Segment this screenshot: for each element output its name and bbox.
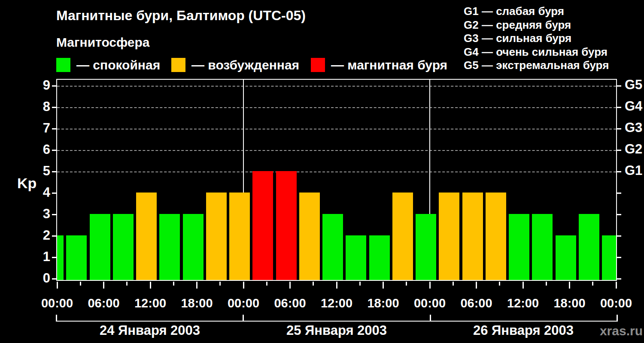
g-level-label-g4: G4 (625, 99, 642, 114)
kp-bar (392, 193, 413, 280)
x-tick (592, 282, 593, 286)
plot-area (57, 80, 616, 280)
x-tick (359, 282, 361, 286)
chart-title: Магнитные бури, Балтимор (UTC-05) (56, 8, 306, 24)
quiet-color-swatch (56, 58, 70, 72)
kp-bar (346, 235, 366, 280)
x-tick (173, 282, 174, 286)
kp-bar (532, 214, 553, 280)
x-tick-label: 00:00 (588, 296, 644, 310)
kp-bar (369, 235, 390, 280)
y-tick-label: 0 (24, 271, 50, 286)
kp-bar (66, 235, 87, 280)
kp-bar (462, 193, 483, 280)
magnetic-storm-chart: Магнитные бури, Балтимор (UTC-05) Магнит… (0, 0, 644, 343)
g1-legend-line: G1 — слабая буря (464, 5, 609, 18)
g-level-label-g1: G1 (625, 163, 642, 178)
legend-item-quiet: — спокойная (56, 58, 160, 72)
x-tick (196, 282, 197, 289)
kp-bar (509, 214, 529, 280)
g-level-label-g3: G3 (625, 120, 642, 135)
y-tick-right (617, 128, 621, 129)
y-tick-right (617, 193, 621, 194)
kp-bar (556, 235, 576, 280)
y-tick (52, 235, 56, 237)
excited-color-swatch (171, 58, 185, 72)
y-tick-label: 8 (24, 99, 50, 114)
x-tick (616, 282, 617, 289)
storm-color-swatch (311, 58, 325, 72)
y-tick (52, 193, 56, 194)
kp-bar (299, 193, 320, 280)
y-tick-right (617, 85, 621, 87)
y-tick (52, 107, 56, 108)
y-tick-right (617, 171, 621, 172)
kp-bar (57, 235, 64, 280)
x-tick (453, 282, 454, 286)
grid-line-kp7 (57, 129, 616, 129)
watermark: xras.ru (575, 324, 643, 338)
y-tick (52, 85, 56, 87)
legend-label-storm: — магнитная буря (331, 58, 447, 72)
grid-line-kp9 (57, 86, 616, 87)
x-tick (243, 282, 244, 289)
g-level-label-g2: G2 (625, 141, 642, 157)
date-bracket-line (56, 321, 617, 322)
legend-item-storm: — магнитная буря (311, 58, 447, 72)
y-tick-label: 4 (24, 185, 50, 200)
y-tick-right (617, 235, 621, 237)
kp-bar (252, 171, 273, 280)
y-tick-right (617, 214, 621, 215)
kp-bar (602, 235, 616, 280)
x-tick (546, 282, 547, 286)
magnetosphere-legend-heading: Магнитосфера (56, 35, 150, 50)
x-tick (80, 282, 81, 286)
kp-bar (113, 214, 134, 280)
kp-bar (136, 193, 157, 280)
y-tick-right (617, 278, 621, 280)
x-tick (313, 282, 314, 286)
x-tick (499, 282, 500, 286)
y-tick-right (617, 257, 621, 258)
x-tick (126, 282, 128, 286)
g-level-label-g5: G5 (625, 77, 642, 93)
g4-legend-line: G4 — очень сильная буря (464, 45, 609, 59)
legend-label-quiet: — спокойная (76, 58, 160, 72)
x-tick (336, 282, 337, 289)
y-tick-label: 9 (24, 78, 50, 93)
date-label-day1: 24 Января 2003 (77, 323, 223, 338)
grid-line-kp5 (57, 172, 616, 172)
y-tick (52, 150, 56, 151)
x-tick (569, 282, 570, 289)
y-tick-label: 5 (24, 163, 50, 179)
g2-legend-line: G2 — средняя буря (464, 18, 609, 32)
g3-legend-line: G3 — сильная буря (464, 32, 609, 45)
x-tick (429, 282, 431, 289)
x-tick (57, 282, 58, 289)
kp-bar (159, 214, 180, 280)
kp-bar (90, 214, 110, 280)
y-tick (52, 214, 56, 215)
x-tick (476, 282, 477, 289)
y-tick-label: 7 (24, 120, 50, 136)
legend-label-excited: — возбужденная (191, 58, 299, 72)
y-tick-label: 2 (24, 228, 50, 243)
x-tick (150, 282, 151, 289)
grid-line-kp6 (57, 150, 616, 151)
x-tick (266, 282, 267, 286)
x-tick (219, 282, 221, 286)
x-tick (289, 282, 291, 289)
x-tick (383, 282, 384, 289)
y-tick-label: 6 (24, 142, 50, 157)
date-label-day2: 25 Января 2003 (264, 323, 410, 338)
kp-bar (229, 193, 250, 280)
kp-bar (416, 214, 436, 280)
kp-bar (183, 214, 204, 280)
kp-bar (276, 171, 297, 280)
y-tick (52, 128, 56, 129)
kp-bar (322, 214, 343, 280)
y-tick (52, 278, 56, 280)
kp-bar (439, 193, 459, 280)
y-tick (52, 257, 56, 258)
y-tick-right (617, 150, 621, 151)
